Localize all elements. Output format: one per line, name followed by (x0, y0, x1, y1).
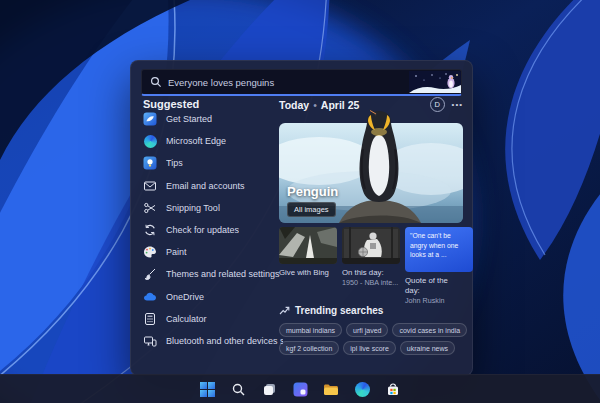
card-caption: Quote of the day: (405, 276, 463, 296)
trending-chips: mumbai indians urfi javed covid cases in… (279, 323, 469, 355)
store-button[interactable] (381, 377, 405, 401)
snipping-tool-icon (143, 201, 157, 215)
quote-of-the-day-card[interactable]: "One can't be angry when one looks at a … (405, 227, 463, 306)
store-icon (385, 382, 401, 397)
suggested-list: Get Started Microsoft Edge Tips (143, 108, 283, 352)
trending-chip[interactable]: ukraine news (400, 341, 455, 355)
suggested-item-microsoft-edge[interactable]: Microsoft Edge (143, 130, 283, 152)
give-with-bing-card[interactable]: Give with Bing (279, 227, 337, 306)
search-icon (150, 76, 162, 88)
suggested-item-label: Paint (166, 247, 187, 257)
file-explorer-icon (323, 382, 339, 397)
on-this-day-image (342, 227, 400, 264)
suggested-item-tips[interactable]: Tips (143, 152, 283, 174)
suggested-item-label: Get Started (166, 114, 212, 124)
card-subcaption: 1950 - NBA inte... (342, 278, 400, 287)
suggested-item-snipping-tool[interactable]: Snipping Tool (143, 197, 283, 219)
trending-title: Trending searches (295, 305, 383, 316)
taskbar (0, 374, 600, 403)
penguin-figure (360, 109, 399, 202)
suggested-item-get-started[interactable]: Get Started (143, 108, 283, 130)
task-view-button[interactable] (257, 377, 281, 401)
widgets-icon (293, 382, 308, 397)
themes-icon (143, 267, 157, 281)
widgets-button[interactable] (288, 377, 312, 401)
search-flyout-panel: Suggested Get Started Microsoft Edge (130, 60, 473, 376)
suggested-item-bluetooth-devices[interactable]: Bluetooth and other devices sett... (143, 330, 283, 352)
devices-icon (143, 334, 157, 348)
suggested-item-onedrive[interactable]: OneDrive (143, 286, 283, 308)
suggested-item-label: OneDrive (166, 292, 204, 302)
suggested-item-label: Email and accounts (166, 181, 245, 191)
updates-icon (143, 223, 157, 237)
edge-icon (355, 382, 370, 397)
task-view-icon (262, 382, 277, 397)
microsoft-edge-icon (143, 134, 157, 148)
on-this-day-card[interactable]: On this day: 1950 - NBA inte... (342, 227, 400, 306)
start-icon (200, 382, 215, 397)
penguin-night-illustration (409, 70, 461, 94)
quote-box: "One can't be angry when one looks at a … (405, 227, 473, 272)
trending-chip[interactable]: kgf 2 collection (279, 341, 339, 355)
suggested-item-themes[interactable]: Themes and related settings (143, 263, 283, 285)
trending-chip[interactable]: covid cases in india (392, 323, 467, 337)
daily-cards-row: Give with Bing On th (279, 227, 463, 306)
all-images-button[interactable]: All images (287, 202, 336, 217)
suggested-item-calculator[interactable]: Calculator (143, 308, 283, 330)
edge-button[interactable] (350, 377, 374, 401)
taskbar-search-icon (231, 382, 246, 397)
penguin-hero-card[interactable]: Penguin All images (279, 123, 463, 223)
suggested-item-label: Microsoft Edge (166, 136, 226, 146)
get-started-icon (143, 112, 157, 126)
trending-icon (279, 305, 290, 316)
hero-title: Penguin (287, 184, 338, 199)
search-input[interactable] (168, 77, 409, 88)
suggested-item-paint[interactable]: Paint (143, 241, 283, 263)
suggested-item-email-accounts[interactable]: Email and accounts (143, 175, 283, 197)
more-options-button[interactable]: ••• (452, 100, 463, 109)
suggested-item-label: Calculator (166, 314, 207, 324)
calculator-icon (143, 312, 157, 326)
paint-icon (143, 245, 157, 259)
start-button[interactable] (195, 377, 219, 401)
suggested-item-check-for-updates[interactable]: Check for updates (143, 219, 283, 241)
trending-chip[interactable]: ipl live score (343, 341, 396, 355)
email-icon (143, 179, 157, 193)
trending-section: Trending searches mumbai indians urfi ja… (279, 305, 469, 355)
suggested-item-label: Check for updates (166, 225, 239, 235)
give-with-bing-image (279, 227, 337, 264)
suggested-item-label: Bluetooth and other devices sett... (166, 336, 283, 346)
suggested-item-label: Tips (166, 158, 183, 168)
trending-chip[interactable]: mumbai indians (279, 323, 342, 337)
card-caption: On this day: (342, 268, 400, 278)
onedrive-icon (143, 290, 157, 304)
tips-icon (143, 156, 157, 170)
search-bar[interactable] (141, 69, 462, 96)
card-caption: Give with Bing (279, 268, 337, 278)
trending-chip[interactable]: urfi javed (346, 323, 388, 337)
taskbar-search-button[interactable] (226, 377, 250, 401)
quote-text: "One can't be angry when one looks at a … (410, 231, 468, 268)
suggested-item-label: Themes and related settings (166, 269, 280, 279)
suggested-item-label: Snipping Tool (166, 203, 220, 213)
desktop: Suggested Get Started Microsoft Edge (0, 0, 600, 403)
trending-header: Trending searches (279, 305, 469, 316)
file-explorer-button[interactable] (319, 377, 343, 401)
